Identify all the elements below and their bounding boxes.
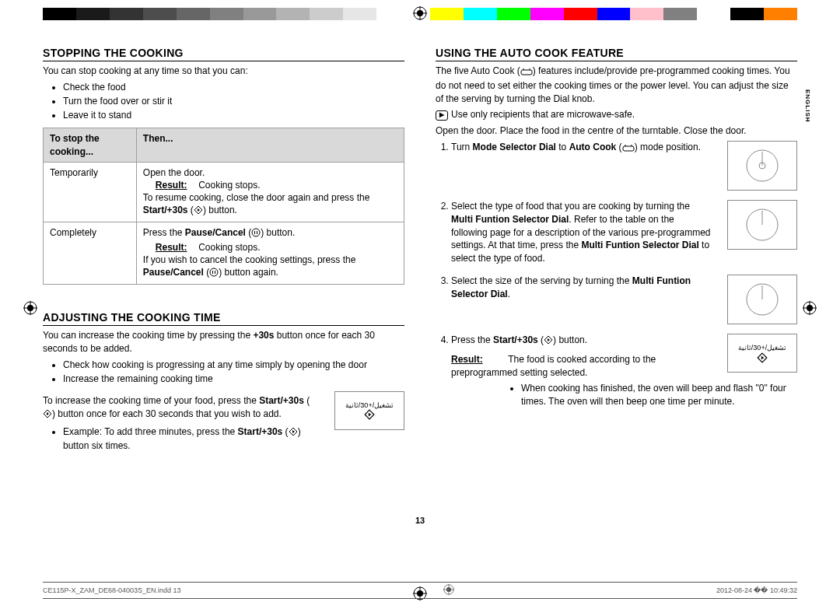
body-text: You can increase the cooking time by pre… xyxy=(43,329,404,355)
intro-bullets: Check the food Turn the food over or sti… xyxy=(43,81,404,122)
svg-rect-34 xyxy=(623,146,634,151)
table-row: Completely Press the Pause/Cancel () but… xyxy=(44,222,404,285)
note-line: ▶Use only recipients that are microwave-… xyxy=(436,108,797,121)
print-footer: CE115P-X_ZAM_DE68-04003S_EN.indd 13 2012… xyxy=(43,582,797,599)
stop-cooking-table: To stop the cooking... Then... Temporari… xyxy=(43,128,404,285)
step-item: Select the size of the serving by turnin… xyxy=(451,275,797,324)
bullet-item: Leave it to stand xyxy=(63,109,404,121)
svg-marker-17 xyxy=(198,208,200,212)
result-label: Result: xyxy=(156,241,196,254)
bullet-item: Check how cooking is progressing at any … xyxy=(63,359,404,371)
pause-icon xyxy=(251,228,261,240)
svg-marker-40 xyxy=(761,356,765,360)
mode-dial-graphic xyxy=(727,141,797,191)
svg-rect-30 xyxy=(521,70,532,75)
svg-marker-25 xyxy=(369,413,372,417)
svg-point-18 xyxy=(252,229,260,236)
table-header: To stop the cooking... xyxy=(44,128,137,162)
registration-mark-top xyxy=(413,6,427,20)
autocook-icon xyxy=(622,142,635,156)
selector-dial-graphic xyxy=(727,275,797,324)
table-cell: Press the Pause/Cancel () button. Result… xyxy=(136,222,404,285)
bullet-item: Turn the food over or stir it xyxy=(63,95,404,107)
note-icon: ▶ xyxy=(436,110,448,121)
table-header: Then... xyxy=(136,128,404,162)
pause-icon xyxy=(209,268,219,280)
result-label: Result: xyxy=(451,353,506,366)
start-icon xyxy=(43,409,52,422)
page-number: 13 xyxy=(43,516,797,525)
registration-mark-left xyxy=(23,301,37,315)
registration-mark-right xyxy=(803,301,817,315)
autocook-icon xyxy=(520,66,533,79)
selector-dial-graphic xyxy=(727,200,797,250)
start-button-graphic: تشغيل/+30/ثانية xyxy=(334,391,404,430)
step-item: تشغيل/+30/ثانية Press the Start/+30s () … xyxy=(451,334,797,418)
start-button-graphic: تشغيل/+30/ثانية xyxy=(727,334,797,373)
table-cell: Completely xyxy=(44,222,137,285)
svg-marker-42 xyxy=(548,338,550,341)
svg-marker-27 xyxy=(47,412,49,415)
heading-adjusting: ADJUSTING THE COOKING TIME xyxy=(43,311,404,326)
bullet-item: Increase the remaining cooking time xyxy=(63,373,404,385)
bullet-item: When cooking has finished, the oven will… xyxy=(521,382,797,408)
step-item: Select the type of food that you are coo… xyxy=(451,200,797,265)
footer-timestamp: 2012-08-24 �� 10:49:32 xyxy=(716,586,797,594)
left-column: STOPPING THE COOKING You can stop cookin… xyxy=(43,47,404,458)
bullet-item: Check the food xyxy=(63,81,404,93)
body-text: Open the door. Place the food in the cen… xyxy=(436,124,797,138)
result-label: Result: xyxy=(156,179,196,191)
bullet-list: Check how cooking is progressing at any … xyxy=(43,359,404,385)
table-cell: Temporarily xyxy=(44,162,137,222)
start-icon xyxy=(194,205,203,218)
body-text: The five Auto Cook () features include/p… xyxy=(436,65,797,105)
heading-stopping: STOPPING THE COOKING xyxy=(43,47,404,61)
heading-autocook: USING THE AUTO COOK FEATURE xyxy=(436,47,797,61)
table-cell: Open the door. Result: Cooking stops. To… xyxy=(136,162,404,222)
right-column: USING THE AUTO COOK FEATURE The five Aut… xyxy=(436,47,797,458)
page-content: ENGLISH STOPPING THE COOKING You can sto… xyxy=(43,47,797,568)
table-row: Temporarily Open the door. Result: Cooki… xyxy=(44,162,404,222)
start-icon xyxy=(544,335,553,348)
steps-list: Turn Mode Selector Dial to Auto Cook () … xyxy=(436,141,797,418)
svg-marker-29 xyxy=(292,430,295,433)
registration-mark-footer xyxy=(443,584,454,597)
start-icon xyxy=(289,427,298,439)
step-item: Turn Mode Selector Dial to Auto Cook () … xyxy=(451,141,797,191)
svg-point-21 xyxy=(210,268,218,276)
footer-filename: CE115P-X_ZAM_DE68-04003S_EN.indd 13 xyxy=(43,586,181,594)
language-tab: ENGLISH xyxy=(804,89,811,123)
intro-text: You can stop cooking at any time so that… xyxy=(43,65,404,78)
